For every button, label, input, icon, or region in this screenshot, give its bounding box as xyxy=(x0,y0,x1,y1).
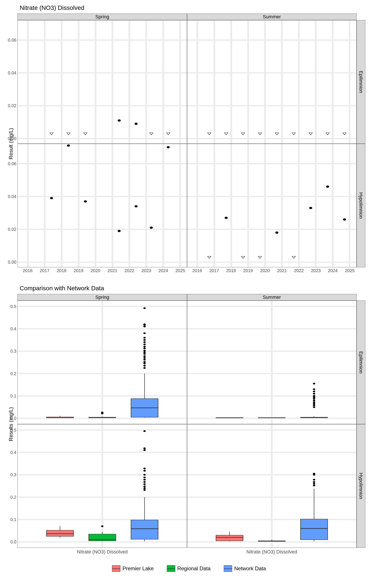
svg-point-136 xyxy=(313,398,315,400)
svg-point-138 xyxy=(313,395,315,397)
svg-point-172 xyxy=(143,468,146,469)
svg-point-66 xyxy=(275,231,279,234)
x-axis-top: 2016201720182019202020212022202320242025… xyxy=(17,267,357,276)
svg-point-47 xyxy=(118,230,121,232)
svg-point-86 xyxy=(101,412,104,414)
row-strip-epi: Epilimnion xyxy=(357,20,365,144)
svg-point-68 xyxy=(326,186,329,188)
chart-title-bottom: Comparison with Network Data xyxy=(20,285,374,292)
panel-summer-hypo-b xyxy=(187,424,357,548)
svg-point-99 xyxy=(143,351,146,353)
legend-key-network xyxy=(224,565,232,572)
svg-point-139 xyxy=(313,393,315,395)
svg-point-197 xyxy=(313,481,315,483)
panel-spring-epi: 0.000.020.040.06 xyxy=(17,20,187,144)
panel-spring-hypo-b: 0.00.10.20.30.40.5 xyxy=(17,424,187,548)
svg-point-133 xyxy=(313,403,315,405)
legend-item-premier: Premier Lake xyxy=(112,565,154,572)
svg-point-96 xyxy=(143,357,146,359)
svg-point-164 xyxy=(143,487,146,489)
svg-point-167 xyxy=(143,481,146,483)
svg-point-15 xyxy=(135,123,138,125)
legend-label-regional: Regional Data xyxy=(177,565,211,572)
chart-title-top: Nitrate (NO3) Dissolved xyxy=(20,4,374,11)
row-strip-hypo: Hypolimnion xyxy=(357,144,365,267)
svg-rect-161 xyxy=(131,520,158,539)
legend-label-network: Network Data xyxy=(234,565,266,572)
svg-point-132 xyxy=(313,404,315,406)
svg-point-171 xyxy=(143,470,146,472)
svg-point-169 xyxy=(143,477,146,478)
svg-point-67 xyxy=(309,207,312,209)
svg-point-173 xyxy=(143,449,146,451)
svg-point-94 xyxy=(143,361,146,363)
svg-point-158 xyxy=(101,525,104,527)
svg-point-14 xyxy=(118,120,121,122)
panel-summer-epi xyxy=(187,20,357,144)
svg-point-49 xyxy=(150,227,153,229)
svg-point-104 xyxy=(143,341,146,343)
svg-rect-185 xyxy=(216,535,243,541)
svg-point-93 xyxy=(143,363,146,364)
svg-point-95 xyxy=(143,359,146,361)
svg-point-65 xyxy=(225,217,228,219)
svg-point-141 xyxy=(313,388,315,390)
col-strip-summer: Summer xyxy=(187,13,357,20)
svg-point-92 xyxy=(143,365,146,367)
svg-point-170 xyxy=(143,474,146,476)
svg-point-111 xyxy=(143,307,146,309)
legend-item-network: Network Data xyxy=(224,565,266,572)
svg-point-174 xyxy=(143,448,146,449)
svg-point-110 xyxy=(143,323,146,325)
svg-point-131 xyxy=(313,406,315,408)
legend: Premier Lake Regional Data Network Data xyxy=(4,565,374,572)
col-strip-spring: Spring xyxy=(17,13,187,20)
svg-point-166 xyxy=(143,483,146,485)
svg-point-98 xyxy=(143,353,146,355)
legend-label-premier: Premier Lake xyxy=(122,565,154,572)
svg-point-135 xyxy=(313,400,315,401)
svg-point-175 xyxy=(143,430,146,432)
svg-point-163 xyxy=(143,489,146,491)
panel-summer-hypo xyxy=(187,144,357,267)
svg-point-108 xyxy=(143,326,146,327)
svg-point-48 xyxy=(135,205,138,207)
svg-point-106 xyxy=(143,337,146,339)
legend-key-premier xyxy=(112,565,120,572)
facet-grid-bottom: Spring Summer Results (mg/L) 0.00.10.20.… xyxy=(4,294,365,557)
svg-point-103 xyxy=(143,344,146,345)
col-strip-summer-b: Summer xyxy=(187,294,357,301)
svg-point-142 xyxy=(313,383,315,385)
svg-point-105 xyxy=(143,339,146,341)
col-strip-spring-b: Spring xyxy=(17,294,187,301)
svg-rect-152 xyxy=(46,530,73,536)
svg-point-44 xyxy=(50,197,53,199)
svg-point-168 xyxy=(143,479,146,481)
svg-point-102 xyxy=(143,346,146,347)
svg-point-195 xyxy=(313,485,315,486)
panel-spring-hypo: 0.000.020.040.06 xyxy=(17,144,187,267)
svg-point-50 xyxy=(167,146,170,148)
panel-spring-epi-b: 0.00.10.20.30.40.5 xyxy=(17,301,187,424)
legend-item-regional: Regional Data xyxy=(167,565,211,572)
row-strip-epi-b: Epilimnion xyxy=(357,301,365,424)
svg-point-196 xyxy=(313,483,315,484)
svg-point-101 xyxy=(143,347,146,349)
svg-point-97 xyxy=(143,355,146,357)
svg-point-134 xyxy=(313,401,315,403)
svg-point-200 xyxy=(313,473,315,474)
svg-point-140 xyxy=(313,391,315,392)
svg-point-198 xyxy=(313,479,315,481)
svg-point-100 xyxy=(143,350,146,351)
facet-grid-top: Spring Summer Result (mg/L) 0.000.020.04… xyxy=(4,13,365,276)
svg-point-91 xyxy=(143,367,146,369)
legend-key-regional xyxy=(167,565,175,572)
svg-point-165 xyxy=(143,486,146,487)
svg-point-45 xyxy=(67,144,70,147)
svg-point-107 xyxy=(143,332,146,334)
svg-point-69 xyxy=(343,218,346,220)
svg-point-46 xyxy=(84,200,87,202)
svg-rect-193 xyxy=(301,519,328,540)
panel-summer-epi-b xyxy=(187,301,357,424)
row-strip-hypo-b: Hypolimnion xyxy=(357,424,365,548)
